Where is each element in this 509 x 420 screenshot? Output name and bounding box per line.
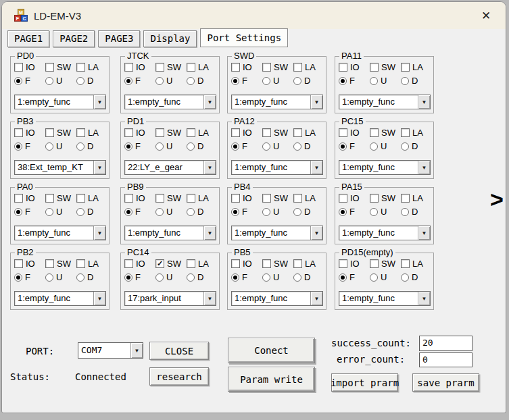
function-dropdown-arrow-icon[interactable]: ▼: [418, 292, 430, 305]
radio-circle[interactable]: [187, 142, 195, 151]
radio-circle[interactable]: [14, 142, 22, 151]
radio-circle[interactable]: [124, 142, 132, 151]
checkbox-io[interactable]: ✓ IO: [231, 259, 262, 269]
checkbox-la[interactable]: ✓ LA: [187, 62, 218, 72]
radio-f[interactable]: F: [124, 207, 155, 217]
radio-circle[interactable]: [293, 208, 301, 216]
radio-circle[interactable]: [14, 77, 22, 85]
radio-circle[interactable]: [14, 273, 22, 282]
radio-circle[interactable]: [187, 77, 195, 85]
radio-circle[interactable]: [45, 208, 53, 216]
checkbox-la[interactable]: ✓ LA: [401, 62, 432, 72]
checkbox-box[interactable]: ✓: [401, 128, 410, 137]
radio-u[interactable]: U: [370, 207, 401, 217]
checkbox-io[interactable]: ✓ IO: [231, 62, 262, 72]
radio-u[interactable]: U: [45, 141, 76, 151]
radio-d[interactable]: D: [187, 207, 218, 217]
checkbox-box[interactable]: ✓: [370, 128, 379, 137]
radio-circle[interactable]: [339, 208, 347, 216]
checkbox-box[interactable]: ✓: [339, 194, 347, 203]
checkbox-io[interactable]: ✓ IO: [339, 193, 370, 203]
checkbox-la[interactable]: ✓ LA: [187, 128, 218, 138]
param-write-button[interactable]: Param write: [228, 367, 315, 392]
function-select[interactable]: 1:empty_func ▼: [339, 160, 431, 175]
function-select[interactable]: 1:empty_func ▼: [231, 291, 323, 306]
radio-circle[interactable]: [231, 77, 239, 85]
radio-circle[interactable]: [155, 208, 164, 216]
checkbox-box[interactable]: ✓: [124, 128, 133, 137]
radio-circle[interactable]: [262, 77, 270, 85]
function-select[interactable]: 1:empty_func ▼: [14, 95, 106, 109]
checkbox-box[interactable]: ✓: [155, 63, 164, 72]
function-dropdown-arrow-icon[interactable]: ▼: [203, 226, 216, 240]
radio-circle[interactable]: [76, 142, 84, 151]
radio-d[interactable]: D: [401, 76, 432, 86]
function-select[interactable]: 38:Ext_temp_KT ▼: [14, 160, 106, 175]
checkbox-sw[interactable]: ✓ SW: [262, 193, 293, 203]
radio-d[interactable]: D: [76, 76, 107, 86]
radio-d[interactable]: D: [293, 272, 324, 282]
radio-circle[interactable]: [370, 208, 378, 216]
radio-d[interactable]: D: [76, 207, 107, 217]
radio-u[interactable]: U: [45, 207, 76, 217]
checkbox-la[interactable]: ✓ LA: [76, 259, 107, 269]
function-dropdown-arrow-icon[interactable]: ▼: [203, 292, 216, 305]
function-select[interactable]: 1:empty_func ▼: [231, 226, 323, 240]
function-dropdown-arrow-icon[interactable]: ▼: [93, 161, 105, 174]
close-port-button[interactable]: CLOSE: [149, 342, 209, 360]
function-select[interactable]: 1:empty_func ▼: [14, 291, 106, 306]
radio-u[interactable]: U: [45, 76, 76, 86]
checkbox-box[interactable]: ✓: [231, 63, 240, 72]
radio-d[interactable]: D: [401, 207, 432, 217]
function-dropdown-arrow-icon[interactable]: ▼: [93, 292, 105, 305]
checkbox-la[interactable]: ✓ LA: [401, 259, 432, 269]
checkbox-box[interactable]: ✓: [262, 259, 271, 268]
function-select[interactable]: 1:empty_func ▼: [14, 226, 106, 240]
radio-circle[interactable]: [155, 273, 164, 282]
checkbox-sw[interactable]: ✓ SW: [45, 193, 76, 203]
checkbox-box[interactable]: ✓: [45, 63, 54, 72]
checkbox-sw[interactable]: ✓ SW: [262, 62, 293, 72]
radio-circle[interactable]: [187, 273, 195, 282]
tab-page2[interactable]: PAGE2: [53, 30, 95, 47]
radio-circle[interactable]: [45, 77, 53, 85]
checkbox-sw[interactable]: ✓ SW: [155, 193, 187, 203]
radio-circle[interactable]: [231, 208, 239, 216]
checkbox-box[interactable]: ✓: [231, 259, 240, 268]
checkbox-la[interactable]: ✓ LA: [293, 128, 324, 138]
checkbox-box[interactable]: ✓: [76, 128, 85, 137]
checkbox-io[interactable]: ✓ IO: [14, 259, 45, 269]
checkbox-box[interactable]: ✓: [124, 194, 133, 203]
radio-circle[interactable]: [76, 273, 84, 282]
function-dropdown-arrow-icon[interactable]: ▼: [310, 95, 322, 109]
checkbox-sw[interactable]: ✓ SW: [370, 193, 401, 203]
checkbox-sw[interactable]: ✓ SW: [262, 259, 293, 269]
radio-circle[interactable]: [155, 142, 164, 151]
checkbox-box[interactable]: ✓: [76, 259, 85, 268]
radio-circle[interactable]: [187, 208, 195, 216]
checkbox-io[interactable]: ✓ IO: [339, 259, 370, 269]
checkbox-box[interactable]: ✓: [339, 259, 347, 268]
radio-circle[interactable]: [262, 142, 270, 151]
checkbox-la[interactable]: ✓ LA: [293, 193, 324, 203]
checkbox-box[interactable]: ✓: [155, 259, 164, 268]
radio-f[interactable]: F: [14, 141, 45, 151]
com-port-select[interactable]: COM7 ▼: [78, 342, 143, 359]
checkbox-box[interactable]: ✓: [45, 259, 54, 268]
checkbox-box[interactable]: ✓: [370, 194, 379, 203]
checkbox-la[interactable]: ✓ LA: [76, 193, 107, 203]
checkbox-box[interactable]: ✓: [231, 128, 240, 137]
checkbox-la[interactable]: ✓ LA: [293, 62, 324, 72]
tab-display[interactable]: Display: [143, 30, 197, 47]
radio-f[interactable]: F: [339, 76, 370, 86]
radio-u[interactable]: U: [155, 272, 187, 282]
radio-circle[interactable]: [76, 208, 84, 216]
radio-circle[interactable]: [45, 273, 53, 282]
radio-f[interactable]: F: [339, 207, 370, 217]
radio-f[interactable]: F: [231, 272, 262, 282]
radio-circle[interactable]: [370, 273, 378, 282]
radio-circle[interactable]: [339, 77, 347, 85]
checkbox-box[interactable]: ✓: [124, 63, 133, 72]
checkbox-io[interactable]: ✓ IO: [124, 62, 155, 72]
function-dropdown-arrow-icon[interactable]: ▼: [310, 161, 322, 174]
